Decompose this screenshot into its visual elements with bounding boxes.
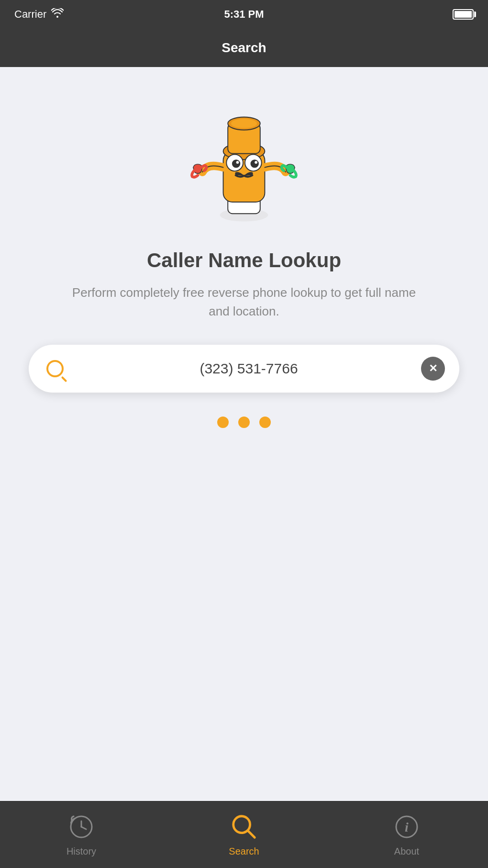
- mascot-illustration: [182, 96, 306, 230]
- status-time: 5:31 PM: [224, 8, 264, 21]
- tab-search[interactable]: Search: [196, 812, 292, 857]
- history-tab-label: History: [67, 846, 96, 857]
- nav-bar: Search: [0, 29, 488, 67]
- tab-about[interactable]: i About: [359, 812, 455, 857]
- carrier-info: Carrier: [14, 8, 64, 21]
- battery-icon: [453, 9, 474, 20]
- clear-button[interactable]: ✕: [421, 357, 445, 381]
- nav-title: Search: [222, 40, 266, 56]
- app-title: Caller Name Lookup: [147, 249, 341, 272]
- svg-point-11: [251, 159, 259, 168]
- loading-indicator: [217, 417, 271, 428]
- clear-icon: ✕: [429, 363, 437, 374]
- carrier-label: Carrier: [14, 8, 46, 21]
- about-tab-label: About: [394, 846, 419, 857]
- svg-line-15: [248, 831, 255, 838]
- status-bar: Carrier 5:31 PM: [0, 0, 488, 29]
- about-tab-icon: i: [392, 812, 421, 841]
- phone-search-input[interactable]: [77, 361, 421, 377]
- dot-2: [238, 417, 250, 428]
- dot-1: [217, 417, 229, 428]
- search-tab-icon: [230, 812, 258, 841]
- svg-text:i: i: [405, 820, 409, 834]
- tab-history[interactable]: History: [33, 812, 129, 857]
- svg-point-6: [231, 119, 257, 128]
- app-subtitle: Perform completely free reverse phone lo…: [72, 283, 416, 321]
- dot-3: [259, 417, 271, 428]
- search-icon: [43, 357, 67, 381]
- search-tab-label: Search: [229, 846, 259, 857]
- svg-point-9: [236, 161, 239, 164]
- main-content: Caller Name Lookup Perform completely fr…: [0, 67, 488, 801]
- wifi-icon: [51, 8, 64, 21]
- svg-point-12: [255, 161, 257, 164]
- history-tab-icon: [67, 812, 96, 841]
- svg-point-8: [232, 159, 240, 168]
- tab-bar: History Search i About: [0, 801, 488, 868]
- search-bar: ✕: [29, 345, 459, 393]
